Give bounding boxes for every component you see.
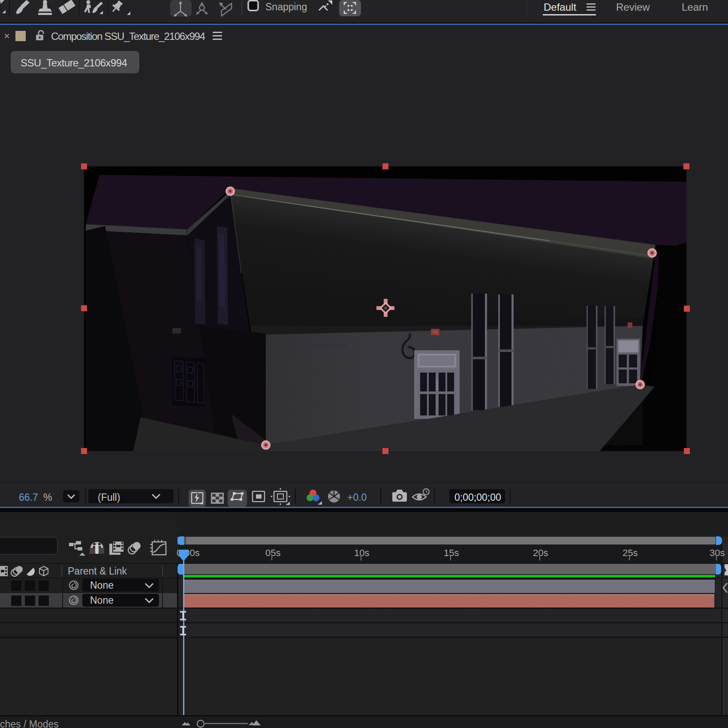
svg-text:Snapping: Snapping bbox=[265, 1, 307, 12]
